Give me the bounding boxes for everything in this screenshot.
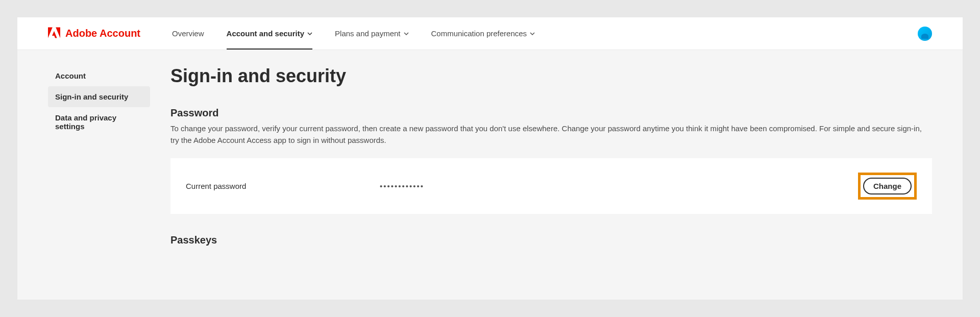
nav-label: Plans and payment xyxy=(335,29,400,38)
avatar[interactable] xyxy=(918,27,932,41)
nav-item-account-security[interactable]: Account and security xyxy=(215,17,324,50)
nav-item-plans-payment[interactable]: Plans and payment xyxy=(324,17,420,50)
chevron-down-icon xyxy=(307,31,312,36)
password-card: Current password •••••••••••• Change xyxy=(170,158,932,214)
password-section-description: To change your password, verify your cur… xyxy=(170,123,932,146)
nav-label: Communication preferences xyxy=(431,29,527,38)
header: Adobe Account Overview Account and secur… xyxy=(17,17,963,50)
nav-item-overview[interactable]: Overview xyxy=(161,17,215,50)
adobe-logo-icon xyxy=(48,27,60,40)
current-password-value: •••••••••••• xyxy=(380,182,858,190)
app-window: Adobe Account Overview Account and secur… xyxy=(17,17,963,300)
page-title: Sign-in and security xyxy=(170,65,932,87)
chevron-down-icon xyxy=(530,31,535,36)
sidebar-item-label: Data and privacy settings xyxy=(55,113,116,131)
sidebar: Account Sign-in and security Data and pr… xyxy=(48,65,150,250)
password-section-title: Password xyxy=(170,107,932,119)
change-button-label: Change xyxy=(873,182,901,190)
nav-item-communication-preferences[interactable]: Communication preferences xyxy=(420,17,547,50)
current-password-label: Current password xyxy=(186,182,380,190)
main: Sign-in and security Password To change … xyxy=(170,65,932,250)
chevron-down-icon xyxy=(404,31,409,36)
passkeys-section: Passkeys xyxy=(170,234,932,246)
content: Account Sign-in and security Data and pr… xyxy=(17,50,963,265)
passkeys-section-title: Passkeys xyxy=(170,234,932,246)
change-button-highlight: Change xyxy=(858,173,917,200)
brand-name: Adobe Account xyxy=(65,28,140,39)
sidebar-item-label: Sign-in and security xyxy=(55,92,128,101)
sidebar-item-data-privacy[interactable]: Data and privacy settings xyxy=(48,107,150,137)
brand[interactable]: Adobe Account xyxy=(48,27,140,40)
nav-label: Account and security xyxy=(227,29,305,38)
sidebar-item-signin-security[interactable]: Sign-in and security xyxy=(48,86,150,107)
nav-label: Overview xyxy=(172,29,204,38)
sidebar-item-label: Account xyxy=(55,71,86,80)
change-password-button[interactable]: Change xyxy=(863,178,912,194)
top-nav: Overview Account and security Plans and … xyxy=(161,17,546,50)
sidebar-item-account[interactable]: Account xyxy=(48,65,150,86)
password-section: Password To change your password, verify… xyxy=(170,107,932,214)
